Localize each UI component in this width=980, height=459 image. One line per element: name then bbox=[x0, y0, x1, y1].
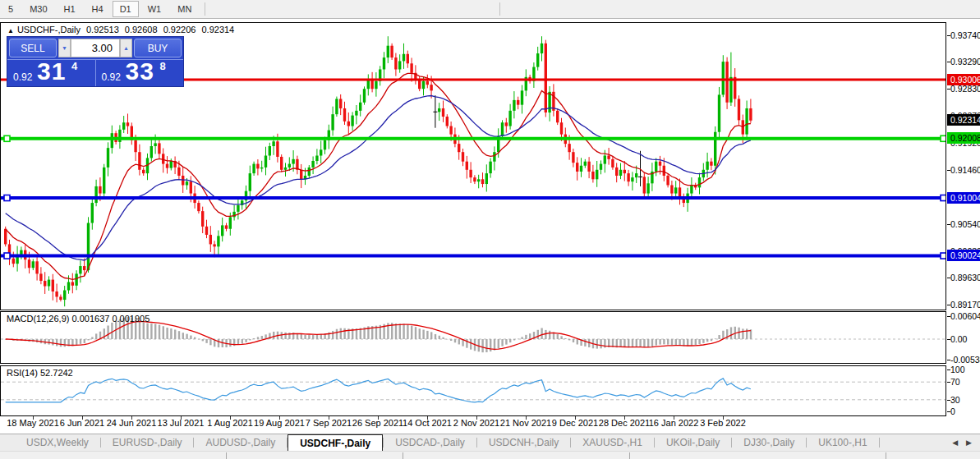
tab-usdcnh-daily[interactable]: USDCNH-,Daily bbox=[477, 434, 570, 451]
volume-up-button[interactable]: ▲ bbox=[120, 39, 132, 57]
rsi-axis-tick: 30 bbox=[950, 395, 980, 406]
line-handle[interactable] bbox=[941, 253, 945, 259]
rsi-axis-tick: 100 bbox=[950, 365, 980, 375]
volume-down-button[interactable]: ▼ bbox=[58, 39, 71, 57]
tab-xauusd-h1[interactable]: XAUUSD-,H1 bbox=[571, 434, 654, 451]
tab-separator bbox=[879, 438, 880, 448]
tab-usdcad-daily[interactable]: USDCAD-,Daily bbox=[384, 434, 476, 451]
chart-open-value: 0.92513 bbox=[86, 25, 119, 34]
chart-close-value: 0.92314 bbox=[201, 25, 234, 34]
tab-ukoil-daily[interactable]: UKOil-,Daily bbox=[655, 434, 731, 451]
rsi-label: RSI(14) 52.7242 bbox=[7, 368, 73, 378]
macd-axis-tick: 0.00 bbox=[950, 334, 980, 345]
date-axis-tick bbox=[279, 416, 280, 420]
chart-low-value: 0.92206 bbox=[163, 25, 196, 34]
macd-signal-value: 0.001905 bbox=[112, 314, 150, 324]
sell-button[interactable]: SELL bbox=[9, 39, 57, 57]
tab-dj30-daily[interactable]: DJ30-,Daily bbox=[732, 434, 806, 451]
line-handle[interactable] bbox=[941, 135, 945, 141]
tab-uk100-h1[interactable]: UK100-,H1 bbox=[807, 434, 878, 451]
date-axis-tick bbox=[82, 416, 83, 420]
chart-symbol: USDCHF-,Daily bbox=[17, 25, 81, 34]
mt4-window: 5M30H1H4D1W1MN ▲USDCHF-,Daily 0.92513 0.… bbox=[0, 0, 980, 459]
timeframe-button-d1[interactable]: D1 bbox=[113, 1, 139, 17]
sell-price-big: 31 bbox=[37, 57, 66, 85]
rsi-chart bbox=[1, 366, 945, 415]
volume-input[interactable]: 3.00 bbox=[71, 39, 120, 57]
date-axis-tick bbox=[476, 416, 477, 420]
line-handle[interactable] bbox=[4, 195, 10, 201]
price-axis-tick: 0.92830 bbox=[950, 84, 980, 94]
chart-tabs-bar: USDX,WeeklyEURUSD-,DailyAUDUSD-,DailyUSD… bbox=[0, 434, 980, 451]
price-axis-tick: 0.93290 bbox=[950, 57, 980, 67]
timeframe-button-m30[interactable]: M30 bbox=[22, 1, 54, 17]
macd-label: MACD(12,26,9) 0.001637 0.001905 bbox=[7, 314, 150, 324]
price-line-label: 0.92314 bbox=[947, 114, 980, 126]
date-axis-tick bbox=[33, 416, 34, 420]
line-handle[interactable] bbox=[4, 135, 10, 141]
buy-price-base: 0.92 bbox=[102, 71, 121, 83]
buy-button[interactable]: BUY bbox=[134, 39, 182, 57]
sell-price-display[interactable]: 0.92 31 4 bbox=[7, 60, 96, 86]
price-axis-tick: 0.93740 bbox=[950, 30, 980, 41]
macd-main-value: 0.001637 bbox=[71, 314, 109, 324]
tabs-scroll-right-icon[interactable]: ▶ bbox=[966, 438, 972, 447]
ma-slow-line[interactable] bbox=[6, 96, 751, 261]
rsi-panel bbox=[0, 365, 946, 416]
sell-price-base: 0.92 bbox=[13, 71, 32, 83]
buy-price-display[interactable]: 0.92 33 8 bbox=[96, 60, 184, 86]
collapse-triangle-icon[interactable]: ▲ bbox=[7, 27, 14, 34]
timeframe-button-h1[interactable]: H1 bbox=[57, 1, 83, 17]
buy-price-big: 33 bbox=[126, 57, 154, 85]
price-axis-tick: 0.89170 bbox=[950, 300, 980, 310]
price-axis-tick: 0.89630 bbox=[950, 273, 980, 283]
macd-axis-tick: 0.006045 bbox=[950, 311, 980, 322]
date-axis-tick bbox=[624, 416, 625, 420]
line-handle[interactable] bbox=[4, 253, 10, 259]
rsi-axis-tick: 0 bbox=[950, 406, 980, 417]
statusbar-separator bbox=[629, 452, 630, 459]
tabs-nav: ◀▶ bbox=[952, 434, 980, 451]
tabs-scroll-left-icon[interactable]: ◀ bbox=[952, 438, 958, 447]
price-line-label: 0.91004 bbox=[947, 192, 980, 204]
date-axis-tick bbox=[230, 416, 231, 420]
status-bar bbox=[0, 451, 980, 459]
timeframe-button-mn[interactable]: MN bbox=[170, 1, 199, 17]
statusbar-separator bbox=[886, 452, 886, 459]
date-axis-tick bbox=[181, 416, 182, 420]
price-line-label: 0.93006 bbox=[947, 74, 980, 85]
date-axis-tick bbox=[526, 416, 527, 420]
one-click-trade-panel: SELL ▼ 3.00 ▲ BUY 0.92 31 4 0.92 33 8 bbox=[7, 36, 184, 87]
price-axis-tick: 0.90540 bbox=[950, 219, 980, 230]
tab-usdchf-daily[interactable]: USDCHF-,Daily bbox=[288, 434, 383, 451]
statusbar-separator bbox=[403, 452, 403, 459]
price-axis-tick: 0.91460 bbox=[950, 165, 980, 176]
rsi-value: 52.7242 bbox=[40, 368, 73, 378]
date-axis-tick bbox=[674, 416, 674, 420]
tab-audusd-daily[interactable]: AUDUSD-,Daily bbox=[194, 434, 287, 451]
chart-title: ▲USDCHF-,Daily 0.92513 0.92608 0.92206 0… bbox=[7, 25, 237, 34]
tab-usdx-weekly[interactable]: USDX,Weekly bbox=[15, 434, 100, 451]
date-axis-tick bbox=[378, 416, 379, 420]
rsi-axis-tick: 70 bbox=[950, 377, 980, 388]
date-axis-tick bbox=[329, 416, 329, 420]
timeframe-button-w1[interactable]: W1 bbox=[140, 1, 169, 17]
line-handle[interactable] bbox=[941, 195, 945, 201]
macd-signal-line bbox=[6, 322, 751, 350]
sell-price-sup: 4 bbox=[71, 60, 77, 72]
toolbar-separator bbox=[205, 2, 205, 16]
chart-client-area: ▲USDCHF-,Daily 0.92513 0.92608 0.92206 0… bbox=[0, 19, 980, 434]
buy-price-sup: 8 bbox=[160, 60, 166, 72]
price-line-label: 0.90024 bbox=[947, 250, 980, 261]
moving-averages-group bbox=[6, 73, 751, 279]
timeframe-button-5[interactable]: 5 bbox=[1, 1, 21, 17]
date-axis-tick bbox=[131, 416, 132, 420]
timeframe-button-h4[interactable]: H4 bbox=[85, 1, 111, 17]
tab-eurusd-daily[interactable]: EURUSD-,Daily bbox=[101, 434, 194, 451]
price-line-label: 0.92008 bbox=[947, 132, 980, 144]
date-axis-tick bbox=[427, 416, 428, 420]
hlines-group bbox=[1, 80, 945, 259]
date-axis-tick bbox=[723, 416, 724, 420]
timeframe-toolbar: 5M30H1H4D1W1MN bbox=[0, 0, 980, 19]
ma-fast-line[interactable] bbox=[6, 73, 751, 279]
